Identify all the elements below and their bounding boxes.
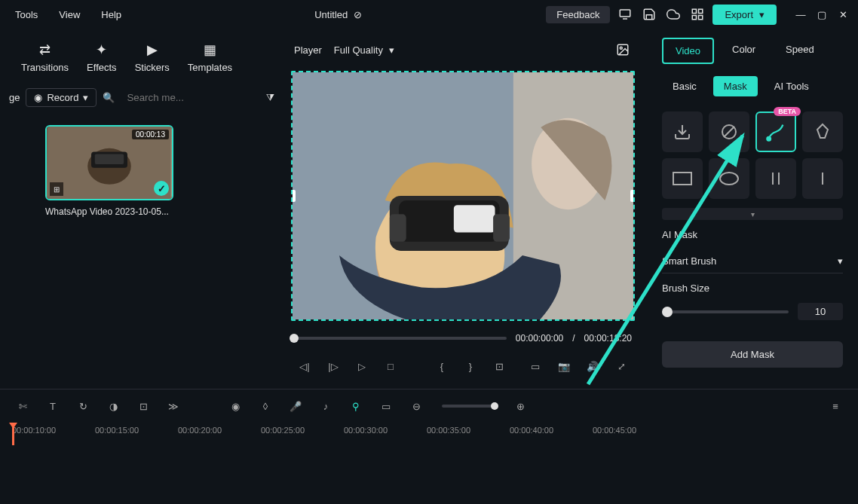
mark-in-icon[interactable]: { <box>431 356 452 377</box>
scrubber-handle[interactable] <box>290 334 299 343</box>
svg-rect-2 <box>693 9 697 13</box>
list-view-icon[interactable]: ≡ <box>825 396 846 417</box>
mask-rectangle[interactable] <box>662 158 703 199</box>
tab-color[interactable]: Color <box>720 38 768 64</box>
clip-name: WhatsApp Video 2023-10-05... <box>45 206 264 217</box>
brush-size-slider[interactable] <box>662 310 789 313</box>
quality-selector[interactable]: Full Quality▾ <box>334 44 394 56</box>
play-icon[interactable]: ▷ <box>351 356 372 377</box>
zoom-in-icon[interactable]: ⊕ <box>510 396 531 417</box>
chevron-down-icon: ▾ <box>83 92 88 103</box>
svg-point-24 <box>767 137 771 141</box>
refresh-icon[interactable]: ↻ <box>72 396 93 417</box>
ruler-tick: 00:00:15:00 <box>95 426 178 435</box>
property-tabs: Video Color Speed <box>662 38 843 64</box>
feedback-button[interactable]: Feedback <box>546 6 610 23</box>
close-button[interactable]: ✕ <box>834 5 852 23</box>
mask-pen[interactable] <box>802 111 843 152</box>
subtab-mask[interactable]: Mask <box>713 76 758 96</box>
menu-help[interactable]: Help <box>92 6 130 23</box>
tab-video[interactable]: Video <box>662 38 714 64</box>
camera-icon[interactable]: 📷 <box>553 356 575 377</box>
tab-templates[interactable]: ▦Templates <box>182 38 238 76</box>
scrubber[interactable] <box>294 337 507 340</box>
timeline-toolbar: ✄ T ↻ ◑ ⊡ ≫ ◉ ◊ 🎤 ♪ ⚲ ▭ ⊖ ⊕ ≡ <box>0 389 858 423</box>
brush-size-value[interactable]: 10 <box>798 303 843 320</box>
current-time: 00:00:00:00 <box>516 333 563 344</box>
clip-type-icon: ⊞ <box>50 182 63 196</box>
zoom-out-icon[interactable]: ⊖ <box>406 396 427 417</box>
export-button[interactable]: Export▾ <box>712 5 777 25</box>
menu-view[interactable]: View <box>50 6 89 23</box>
zoom-slider[interactable] <box>442 405 495 408</box>
stickers-icon: ▶ <box>143 41 161 59</box>
marker-icon[interactable]: ◊ <box>255 396 276 417</box>
render-icon[interactable]: ◉ <box>225 396 246 417</box>
tab-transitions[interactable]: ⇄Transitions <box>15 38 75 76</box>
link-icon[interactable]: ▭ <box>375 396 397 417</box>
mask-ellipse[interactable] <box>709 158 749 199</box>
tab-speed[interactable]: Speed <box>774 38 826 64</box>
svg-rect-9 <box>95 154 124 163</box>
grid-icon[interactable] <box>688 5 706 23</box>
mask-single-line[interactable] <box>802 158 843 199</box>
crop-icon[interactable]: ⊡ <box>489 356 510 377</box>
search-input[interactable] <box>121 89 260 106</box>
chevron-down-icon: ▾ <box>389 44 394 56</box>
mask-none[interactable] <box>709 111 749 152</box>
playhead[interactable] <box>12 423 14 445</box>
prev-frame-icon[interactable]: ◁| <box>294 356 315 377</box>
filter-icon[interactable]: ⧩ <box>266 89 274 107</box>
mask-brush[interactable]: BETA <box>755 111 796 152</box>
save-icon[interactable] <box>640 5 658 23</box>
stop-icon[interactable]: □ <box>380 356 401 377</box>
time-separator: / <box>572 333 575 344</box>
text-icon[interactable]: T <box>42 396 63 417</box>
right-controls: Feedback Export▾ — ▢ ✕ <box>546 5 852 25</box>
slider-knob[interactable] <box>662 307 673 317</box>
display-icon[interactable]: ▭ <box>525 356 546 377</box>
expand-masks[interactable]: ▾ <box>662 208 843 220</box>
magnetic-icon[interactable]: ⚲ <box>345 396 366 417</box>
video-preview[interactable] <box>291 71 635 321</box>
search-row: ge ◉Record▾ 🔍 ⧩ ⋯ <box>0 82 279 113</box>
library-tabs: ⇄Transitions ✦Effects ▶Stickers ▦Templat… <box>0 29 279 82</box>
resize-handle-right[interactable] <box>630 190 635 202</box>
tab-effects[interactable]: ✦Effects <box>81 38 123 76</box>
volume-icon[interactable]: 🔊 <box>582 356 603 377</box>
subtab-basic[interactable]: Basic <box>662 76 707 96</box>
subtab-ai-tools[interactable]: AI Tools <box>764 76 820 96</box>
mark-out-icon[interactable]: } <box>460 356 481 377</box>
add-mask-button[interactable]: Add Mask <box>662 341 843 368</box>
mask-import[interactable] <box>662 111 703 152</box>
zoom-knob[interactable] <box>491 402 498 410</box>
top-bar: Tools View Help Untitled ⊘ Feedback Expo… <box>0 0 858 29</box>
cut-icon[interactable]: ✄ <box>12 396 33 417</box>
mic-icon[interactable]: 🎤 <box>285 396 306 417</box>
media-clip[interactable]: 00:00:13 ⊞ ✓ <box>45 125 173 200</box>
music-icon[interactable]: ♪ <box>315 396 336 417</box>
timeline: ✄ T ↻ ◑ ⊡ ≫ ◉ ◊ 🎤 ♪ ⚲ ▭ ⊖ ⊕ ≡ 00:00:10:0… <box>0 389 858 504</box>
cloud-icon[interactable] <box>664 5 682 23</box>
step-back-icon[interactable]: |▷ <box>323 356 344 377</box>
minimize-button[interactable]: — <box>792 5 810 23</box>
svg-rect-17 <box>454 205 495 232</box>
more-tools-icon[interactable]: ≫ <box>163 396 184 417</box>
snapshot-icon[interactable] <box>614 41 632 59</box>
svg-rect-25 <box>673 173 691 185</box>
properties-panel: Video Color Speed Basic Mask AI Tools BE… <box>647 29 858 389</box>
fullscreen-icon[interactable]: ⤢ <box>611 356 632 377</box>
resize-handle-left[interactable] <box>291 190 296 202</box>
menu-items: Tools View Help <box>6 6 130 23</box>
smart-brush-selector[interactable]: Smart Brush▾ <box>662 249 843 273</box>
maximize-button[interactable]: ▢ <box>813 5 831 23</box>
palette-icon[interactable]: ◑ <box>103 396 124 417</box>
tab-stickers[interactable]: ▶Stickers <box>129 38 176 76</box>
monitor-icon[interactable] <box>616 5 634 23</box>
player-label: Player <box>294 44 322 56</box>
menu-tools[interactable]: Tools <box>6 6 47 23</box>
record-button[interactable]: ◉Record▾ <box>26 88 97 107</box>
timeline-ruler[interactable]: 00:00:10:00 00:00:15:00 00:00:20:00 00:0… <box>0 423 858 438</box>
crop-tl-icon[interactable]: ⊡ <box>133 396 154 417</box>
mask-double-line[interactable] <box>755 158 796 199</box>
